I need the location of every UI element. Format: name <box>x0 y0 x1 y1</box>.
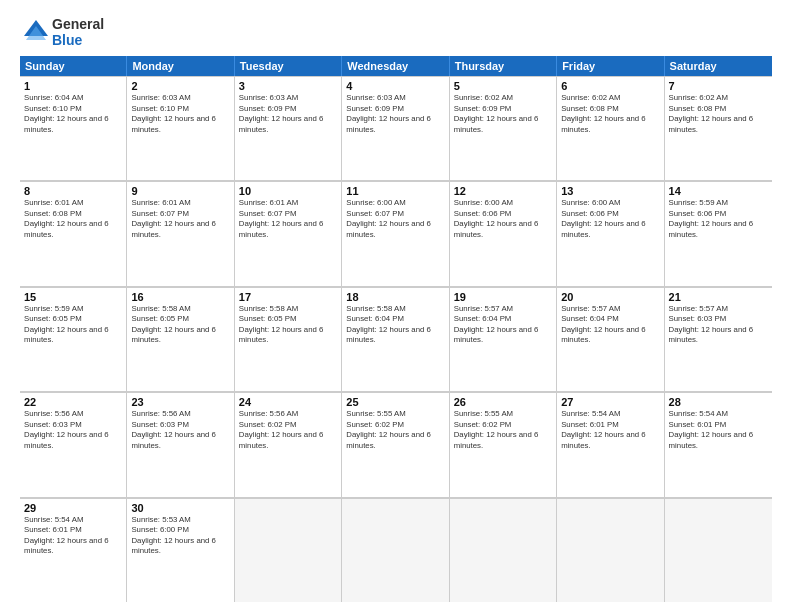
day-info: Sunrise: 6:00 AM Sunset: 6:06 PM Dayligh… <box>454 198 552 240</box>
cal-cell-2-5: 20Sunrise: 5:57 AM Sunset: 6:04 PM Dayli… <box>557 287 664 391</box>
day-number: 6 <box>561 80 659 92</box>
calendar-body: 1Sunrise: 6:04 AM Sunset: 6:10 PM Daylig… <box>20 76 772 602</box>
day-info: Sunrise: 6:03 AM Sunset: 6:10 PM Dayligh… <box>131 93 229 135</box>
day-number: 24 <box>239 396 337 408</box>
day-info: Sunrise: 5:56 AM Sunset: 6:03 PM Dayligh… <box>131 409 229 451</box>
header-wednesday: Wednesday <box>342 56 449 76</box>
day-info: Sunrise: 5:59 AM Sunset: 6:06 PM Dayligh… <box>669 198 768 240</box>
cal-cell-2-2: 17Sunrise: 5:58 AM Sunset: 6:05 PM Dayli… <box>235 287 342 391</box>
day-number: 8 <box>24 185 122 197</box>
cal-cell-4-5 <box>557 498 664 602</box>
day-info: Sunrise: 5:56 AM Sunset: 6:03 PM Dayligh… <box>24 409 122 451</box>
cal-cell-0-6: 7Sunrise: 6:02 AM Sunset: 6:08 PM Daylig… <box>665 76 772 180</box>
cal-cell-1-1: 9Sunrise: 6:01 AM Sunset: 6:07 PM Daylig… <box>127 181 234 285</box>
day-number: 2 <box>131 80 229 92</box>
header-friday: Friday <box>557 56 664 76</box>
day-info: Sunrise: 5:55 AM Sunset: 6:02 PM Dayligh… <box>454 409 552 451</box>
day-info: Sunrise: 5:58 AM Sunset: 6:04 PM Dayligh… <box>346 304 444 346</box>
cal-cell-1-4: 12Sunrise: 6:00 AM Sunset: 6:06 PM Dayli… <box>450 181 557 285</box>
cal-cell-4-4 <box>450 498 557 602</box>
cal-cell-3-5: 27Sunrise: 5:54 AM Sunset: 6:01 PM Dayli… <box>557 392 664 496</box>
cal-cell-4-6 <box>665 498 772 602</box>
cal-cell-4-1: 30Sunrise: 5:53 AM Sunset: 6:00 PM Dayli… <box>127 498 234 602</box>
day-number: 26 <box>454 396 552 408</box>
cal-cell-1-0: 8Sunrise: 6:01 AM Sunset: 6:08 PM Daylig… <box>20 181 127 285</box>
day-number: 13 <box>561 185 659 197</box>
cal-cell-1-6: 14Sunrise: 5:59 AM Sunset: 6:06 PM Dayli… <box>665 181 772 285</box>
cal-cell-2-0: 15Sunrise: 5:59 AM Sunset: 6:05 PM Dayli… <box>20 287 127 391</box>
day-info: Sunrise: 5:57 AM Sunset: 6:04 PM Dayligh… <box>561 304 659 346</box>
cal-cell-4-3 <box>342 498 449 602</box>
header-tuesday: Tuesday <box>235 56 342 76</box>
logo-line2: Blue <box>52 32 104 48</box>
header-sunday: Sunday <box>20 56 127 76</box>
cal-cell-4-2 <box>235 498 342 602</box>
day-number: 22 <box>24 396 122 408</box>
header: General Blue <box>20 16 772 48</box>
day-number: 17 <box>239 291 337 303</box>
day-number: 1 <box>24 80 122 92</box>
cal-cell-2-1: 16Sunrise: 5:58 AM Sunset: 6:05 PM Dayli… <box>127 287 234 391</box>
cal-cell-2-4: 19Sunrise: 5:57 AM Sunset: 6:04 PM Dayli… <box>450 287 557 391</box>
day-number: 27 <box>561 396 659 408</box>
day-info: Sunrise: 6:00 AM Sunset: 6:06 PM Dayligh… <box>561 198 659 240</box>
day-info: Sunrise: 6:00 AM Sunset: 6:07 PM Dayligh… <box>346 198 444 240</box>
logo: General Blue <box>20 16 104 48</box>
week-row-3: 22Sunrise: 5:56 AM Sunset: 6:03 PM Dayli… <box>20 392 772 497</box>
day-info: Sunrise: 5:53 AM Sunset: 6:00 PM Dayligh… <box>131 515 229 557</box>
week-row-2: 15Sunrise: 5:59 AM Sunset: 6:05 PM Dayli… <box>20 287 772 392</box>
day-info: Sunrise: 5:54 AM Sunset: 6:01 PM Dayligh… <box>669 409 768 451</box>
day-info: Sunrise: 6:03 AM Sunset: 6:09 PM Dayligh… <box>239 93 337 135</box>
calendar: Sunday Monday Tuesday Wednesday Thursday… <box>20 56 772 602</box>
day-number: 11 <box>346 185 444 197</box>
day-number: 20 <box>561 291 659 303</box>
cal-cell-3-6: 28Sunrise: 5:54 AM Sunset: 6:01 PM Dayli… <box>665 392 772 496</box>
day-number: 7 <box>669 80 768 92</box>
page: General Blue Sunday Monday Tuesday Wedne… <box>0 0 792 612</box>
day-number: 12 <box>454 185 552 197</box>
day-number: 4 <box>346 80 444 92</box>
cal-cell-0-3: 4Sunrise: 6:03 AM Sunset: 6:09 PM Daylig… <box>342 76 449 180</box>
day-info: Sunrise: 5:58 AM Sunset: 6:05 PM Dayligh… <box>131 304 229 346</box>
day-info: Sunrise: 6:01 AM Sunset: 6:07 PM Dayligh… <box>239 198 337 240</box>
cal-cell-0-2: 3Sunrise: 6:03 AM Sunset: 6:09 PM Daylig… <box>235 76 342 180</box>
cal-cell-0-1: 2Sunrise: 6:03 AM Sunset: 6:10 PM Daylig… <box>127 76 234 180</box>
day-number: 30 <box>131 502 229 514</box>
day-number: 18 <box>346 291 444 303</box>
day-info: Sunrise: 6:02 AM Sunset: 6:08 PM Dayligh… <box>669 93 768 135</box>
cal-cell-3-2: 24Sunrise: 5:56 AM Sunset: 6:02 PM Dayli… <box>235 392 342 496</box>
day-number: 23 <box>131 396 229 408</box>
cal-cell-3-3: 25Sunrise: 5:55 AM Sunset: 6:02 PM Dayli… <box>342 392 449 496</box>
cal-cell-0-5: 6Sunrise: 6:02 AM Sunset: 6:08 PM Daylig… <box>557 76 664 180</box>
day-info: Sunrise: 6:02 AM Sunset: 6:08 PM Dayligh… <box>561 93 659 135</box>
day-number: 3 <box>239 80 337 92</box>
day-info: Sunrise: 5:54 AM Sunset: 6:01 PM Dayligh… <box>24 515 122 557</box>
week-row-0: 1Sunrise: 6:04 AM Sunset: 6:10 PM Daylig… <box>20 76 772 181</box>
day-info: Sunrise: 5:57 AM Sunset: 6:04 PM Dayligh… <box>454 304 552 346</box>
cal-cell-1-3: 11Sunrise: 6:00 AM Sunset: 6:07 PM Dayli… <box>342 181 449 285</box>
day-info: Sunrise: 6:01 AM Sunset: 6:07 PM Dayligh… <box>131 198 229 240</box>
day-number: 28 <box>669 396 768 408</box>
day-info: Sunrise: 6:01 AM Sunset: 6:08 PM Dayligh… <box>24 198 122 240</box>
day-number: 16 <box>131 291 229 303</box>
week-row-4: 29Sunrise: 5:54 AM Sunset: 6:01 PM Dayli… <box>20 498 772 602</box>
day-info: Sunrise: 5:54 AM Sunset: 6:01 PM Dayligh… <box>561 409 659 451</box>
day-number: 9 <box>131 185 229 197</box>
cal-cell-1-2: 10Sunrise: 6:01 AM Sunset: 6:07 PM Dayli… <box>235 181 342 285</box>
day-number: 15 <box>24 291 122 303</box>
calendar-header: Sunday Monday Tuesday Wednesday Thursday… <box>20 56 772 76</box>
day-info: Sunrise: 6:02 AM Sunset: 6:09 PM Dayligh… <box>454 93 552 135</box>
day-info: Sunrise: 5:55 AM Sunset: 6:02 PM Dayligh… <box>346 409 444 451</box>
cal-cell-4-0: 29Sunrise: 5:54 AM Sunset: 6:01 PM Dayli… <box>20 498 127 602</box>
day-info: Sunrise: 6:04 AM Sunset: 6:10 PM Dayligh… <box>24 93 122 135</box>
day-number: 19 <box>454 291 552 303</box>
day-info: Sunrise: 6:03 AM Sunset: 6:09 PM Dayligh… <box>346 93 444 135</box>
day-number: 10 <box>239 185 337 197</box>
week-row-1: 8Sunrise: 6:01 AM Sunset: 6:08 PM Daylig… <box>20 181 772 286</box>
day-number: 14 <box>669 185 768 197</box>
cal-cell-3-4: 26Sunrise: 5:55 AM Sunset: 6:02 PM Dayli… <box>450 392 557 496</box>
day-number: 5 <box>454 80 552 92</box>
header-monday: Monday <box>127 56 234 76</box>
day-number: 29 <box>24 502 122 514</box>
day-number: 21 <box>669 291 768 303</box>
